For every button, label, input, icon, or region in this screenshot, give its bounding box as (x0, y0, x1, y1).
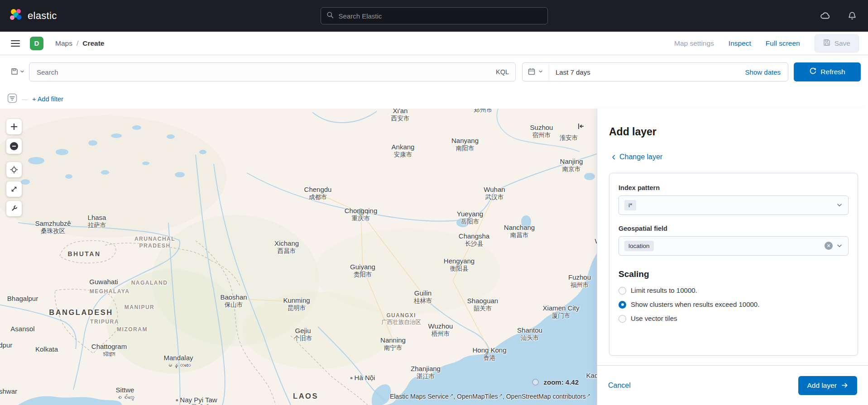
map-label: Lhasa拉萨市 (88, 214, 106, 229)
map-label: Guilin桂林市 (414, 289, 432, 305)
map-label: Nay Pyi Tawနေပြည်တော် (176, 396, 217, 405)
clear-icon[interactable]: ✕ (825, 242, 833, 250)
map-label: Guiyang贵阳市 (350, 263, 375, 278)
map-label: Kolkata (35, 345, 58, 353)
index-pattern-select[interactable]: i* (619, 195, 849, 215)
map-label: Nanjing南京市 (560, 157, 583, 173)
full-screen-button[interactable]: Full screen (766, 39, 800, 48)
map-label: Gejiu个旧市 (294, 327, 312, 342)
map-controls (6, 119, 22, 216)
map-label: MANIPUR (125, 304, 155, 310)
wrench-icon (10, 205, 18, 213)
collapse-legend-button[interactable] (576, 121, 586, 131)
menu-icon[interactable] (8, 37, 23, 50)
add-layer-panel: Add layer Change layer Index pattern i* … (597, 109, 868, 405)
scaling-options: Limit results to 10000.Show clusters whe… (619, 286, 849, 323)
quick-select-button[interactable] (523, 63, 549, 81)
map-label: Yueyang岳阳市 (457, 210, 483, 225)
saved-query-icon (11, 68, 18, 76)
attribution-link[interactable]: OpenStreetMap contributors↗ (506, 393, 590, 400)
chevron-down-icon[interactable] (836, 202, 843, 208)
geospatial-field-label: Geospatial field (619, 225, 849, 232)
map-label: Xi'an西安市 (391, 109, 410, 122)
map-label: 淮安市 (560, 134, 578, 142)
breadcrumb-create: Create (82, 39, 104, 48)
query-input[interactable] (36, 68, 490, 76)
map-label: BHUTAN (67, 250, 101, 258)
fit-to-data-button[interactable] (6, 181, 22, 197)
radio-selected-icon[interactable] (619, 301, 626, 309)
crosshair-icon (10, 166, 18, 174)
date-range-button[interactable]: Last 7 days (549, 68, 743, 76)
caret-down-icon (538, 69, 543, 76)
global-search-input[interactable] (338, 12, 542, 20)
map-label: Nanyang南阳市 (451, 137, 479, 152)
index-pattern-token: i* (624, 200, 636, 210)
breadcrumb-maps[interactable]: Maps (55, 39, 72, 48)
scaling-option-2[interactable]: Use vector tiles (619, 314, 849, 323)
save-icon (823, 39, 830, 48)
cloud-icon[interactable] (820, 11, 830, 21)
change-layer-link[interactable]: Change layer (608, 152, 665, 162)
breadcrumb: Maps Create (55, 39, 104, 48)
zoom-out-button[interactable] (6, 138, 22, 154)
map-label: Kaohsiung (586, 372, 597, 379)
external-link-icon: ↗ (499, 393, 503, 398)
chevron-down-icon[interactable] (836, 243, 843, 249)
elastic-brand[interactable]: elastic (9, 0, 57, 32)
cancel-button[interactable]: Cancel (608, 381, 631, 390)
alerts-bell-icon[interactable] (847, 11, 857, 21)
scaling-heading: Scaling (619, 269, 849, 279)
map-label: MEGHALAYA (90, 288, 130, 295)
caret-down-icon (19, 69, 25, 76)
map-label: 郑州市 (474, 109, 493, 114)
radio-icon[interactable] (619, 315, 626, 323)
radio-icon[interactable] (619, 287, 626, 295)
filter-icon[interactable] (7, 93, 17, 105)
search-icon (326, 11, 334, 20)
map-label: Hong Kong香港 (472, 346, 506, 362)
add-filter-button[interactable]: + Add filter (32, 95, 63, 103)
map-label: Xiamen City厦门市 (543, 304, 580, 319)
tools-button[interactable] (6, 201, 22, 216)
map-label: Suzhou宿州市 (530, 124, 553, 139)
add-layer-button[interactable]: Add layer (798, 376, 857, 395)
radio-label: Show clusters when results exceed 10000. (631, 300, 759, 308)
map-label: Baoshan保山市 (220, 293, 247, 309)
map-label: Bhagalpur (7, 295, 38, 302)
map-label: TRIPURA (90, 319, 119, 325)
map-settings-button[interactable]: Map settings (674, 39, 714, 48)
zoom-indicator: zoom: 4.42 (532, 378, 579, 386)
refresh-button[interactable]: Refresh (794, 62, 861, 81)
attribution-link[interactable]: Elastic Maps Service↗ (390, 393, 453, 400)
loading-circle-icon (532, 379, 539, 386)
geospatial-field-token: location (624, 241, 654, 251)
scaling-option-1[interactable]: Show clusters when results exceed 10000. (619, 300, 849, 309)
attribution-link[interactable]: OpenMapTiles↗ (457, 393, 503, 400)
save-button[interactable]: Save (815, 34, 859, 52)
saved-query-menu-button[interactable] (7, 62, 28, 81)
inspect-button[interactable]: Inspect (729, 39, 751, 48)
space-avatar[interactable]: D (30, 37, 43, 50)
map-label: Wuhan武汉市 (484, 186, 505, 201)
add-layer-label: Add layer (807, 381, 837, 390)
minus-icon (10, 142, 18, 150)
scaling-option-0[interactable]: Limit results to 10000. (619, 286, 849, 295)
map-label: Fuzhou福州市 (568, 273, 591, 289)
map-label: Hà Nội (350, 374, 375, 381)
map-label: Hengyang衡阳县 (444, 257, 475, 272)
global-search[interactable] (321, 7, 548, 24)
geospatial-field-select[interactable]: location ✕ (619, 236, 849, 256)
set-view-button[interactable] (6, 162, 22, 177)
map-label: Nanchang南昌市 (504, 224, 535, 239)
zoom-in-button[interactable] (6, 119, 22, 134)
map-label: Chongqing重庆市 (345, 207, 378, 222)
map-label: Chattogramচট্টগ্রাম (91, 343, 127, 358)
radio-label: Limit results to 10000. (631, 286, 697, 294)
kql-language-button[interactable]: KQL (490, 68, 509, 76)
show-dates-button[interactable]: Show dates (743, 68, 788, 76)
map-canvas[interactable]: Xi'an西安市郑州市Suzhou宿州市淮安市Nanyang南阳市Ankang安… (0, 109, 597, 405)
plus-icon (11, 124, 17, 130)
elastic-logo-icon (9, 8, 23, 24)
app-navbar: D Maps Create Map settings Inspect Full … (0, 32, 868, 55)
